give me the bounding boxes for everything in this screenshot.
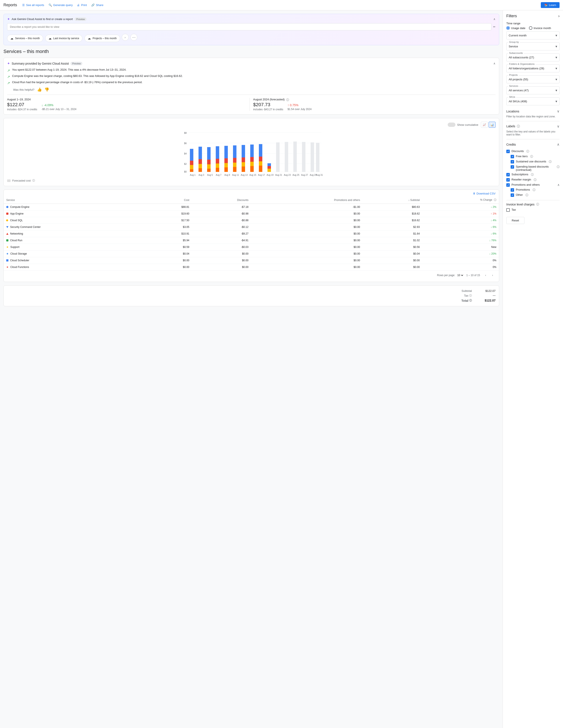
usage-date-radio[interactable]	[506, 26, 510, 30]
discounts-checkbox[interactable]	[506, 150, 510, 153]
rows-per-page-select[interactable]: 10 25 50	[457, 274, 464, 277]
subtotal-row: Subtotal $122.07	[7, 289, 496, 293]
summary-collapse-button[interactable]: ∧	[493, 62, 496, 65]
sustained-checkbox[interactable]	[511, 160, 514, 163]
prev-page-button[interactable]: ‹	[483, 272, 489, 278]
projects-select[interactable]: Projects All projects (55) ▾	[506, 75, 560, 83]
summary-item-2: ↗ Compute Engine was the largest charge,…	[7, 74, 496, 79]
cell-service: ★ Cloud Storage	[4, 250, 145, 257]
promotions-others-checkbox-item[interactable]: Promotions and others ∧	[506, 183, 560, 187]
table-row: Cloud Run $5.94 -$4.91 $0.00 $1.02 ↓ 76%	[4, 237, 499, 244]
tax-checkbox-item[interactable]: Tax	[506, 208, 560, 212]
cell-subtotal: $0.00	[363, 257, 422, 264]
subscriptions-checkbox[interactable]	[506, 173, 510, 176]
promotions-checkbox[interactable]	[511, 188, 514, 192]
cumulative-toggle[interactable]: Show cumulative	[448, 123, 478, 127]
see-all-reports-link[interactable]: ☰ See all reports	[22, 3, 44, 7]
info-icon-forecast: ⓘ	[286, 98, 289, 102]
cell-subtotal: $1.02	[363, 237, 422, 244]
folders-arrow: ▾	[555, 66, 557, 70]
svg-text:Aug 17: Aug 17	[258, 174, 265, 176]
svg-text:Aug 27: Aug 27	[301, 174, 308, 176]
print-link[interactable]: 🖨 Print	[77, 3, 87, 7]
info-icon-promotions: ⓘ	[533, 188, 535, 192]
quick-link-projects[interactable]: ☁ Projects – this month	[84, 35, 120, 42]
table-row: Compute Engine $88.81 -$7.18 -$1.00 $80.…	[4, 204, 499, 210]
summary-preview-badge: Preview	[70, 62, 82, 65]
locations-header[interactable]: Locations ∨	[506, 108, 560, 114]
current-month-select[interactable]: Current month ▾	[506, 31, 560, 39]
tax-checkbox[interactable]	[506, 208, 510, 212]
subscriptions-checkbox-item[interactable]: Subscriptions ⓘ	[506, 173, 560, 177]
reset-button[interactable]: Reset	[506, 217, 524, 224]
next-page-button[interactable]: ›	[490, 272, 496, 278]
cell-change: 0%	[422, 257, 499, 264]
generate-query-link[interactable]: 🔍 Generate query	[48, 3, 73, 7]
toggle-switch[interactable]	[448, 123, 456, 127]
subtotal-label: Subtotal	[462, 289, 472, 292]
cell-subtotal: $16.62	[363, 217, 422, 224]
quick-link-services[interactable]: ☁ Services – this month	[7, 35, 43, 42]
svg-text:Aug 3: Aug 3	[198, 174, 204, 176]
group-by-select[interactable]: Group by Service ▾	[506, 42, 560, 50]
info-icon-invoice: ⓘ	[536, 202, 539, 206]
quick-link-invoice[interactable]: ☁ Last invoice by service	[45, 35, 83, 42]
download-csv-button[interactable]: ⬇ Download CSV	[473, 192, 496, 195]
col-subtotal[interactable]: ↓ Subtotal	[363, 196, 422, 204]
trend-icon-3: ↗	[7, 81, 10, 85]
reseller-checkbox[interactable]	[506, 178, 510, 182]
services-arrow: ▾	[555, 88, 557, 92]
filters-expand-icon[interactable]: ›	[558, 14, 560, 18]
thumbs-down-button[interactable]: 👎	[44, 87, 49, 92]
learn-button[interactable]: 📚 Learn	[541, 2, 560, 8]
spending-checkbox[interactable]	[511, 165, 514, 169]
collapse-button[interactable]: ∧	[493, 17, 496, 21]
share-link[interactable]: 🔗 Share	[91, 3, 103, 7]
discounts-checkbox-item[interactable]: Discounts ⓘ	[506, 149, 560, 153]
edit-icon: ✏	[493, 25, 496, 28]
scroll-right-button[interactable]: ›	[122, 34, 129, 41]
promotions-checkbox-item[interactable]: Promotions ⓘ	[511, 188, 560, 192]
services-select[interactable]: Services All services (47) ▾	[506, 86, 560, 94]
chart-section: Show cumulative 📈 📊 $8 $6 $4 $2 $0	[3, 118, 499, 186]
promotions-others-checkbox[interactable]	[506, 183, 510, 187]
metrics-row: August 1–19, 2024 $122.07 includes -$24.…	[7, 95, 496, 111]
reseller-checkbox-item[interactable]: Reseller margin ⓘ	[506, 178, 560, 182]
cell-cost: $19.60	[145, 210, 192, 217]
invoice-month-option[interactable]: Invoice month	[529, 26, 551, 30]
cell-service: App Engine	[4, 210, 145, 217]
cell-change: ↓ 2%	[422, 204, 499, 210]
free-tiers-checkbox[interactable]	[511, 155, 514, 158]
free-tiers-checkbox-item[interactable]: Free tiers ⓘ	[511, 155, 560, 159]
cell-discounts: -$0.12	[192, 224, 251, 230]
line-chart-button[interactable]: 📈	[481, 122, 488, 128]
invoice-month-radio[interactable]	[529, 26, 532, 30]
cell-cost: $10.91	[145, 230, 192, 237]
cell-change: ↓ 6%	[422, 230, 499, 237]
cell-cost: $3.05	[145, 224, 192, 230]
gemini-input[interactable]	[7, 23, 491, 30]
credits-collapse-icon: ∧	[557, 142, 560, 146]
summary-item-3: ↗ Cloud Run had the largest percentage c…	[7, 81, 496, 85]
credits-header[interactable]: Credits ∧	[506, 142, 560, 147]
projects-arrow: ▾	[555, 77, 557, 81]
sustained-checkbox-item[interactable]: Sustained use discounts ⓘ	[511, 160, 560, 164]
cell-service: Security Command Center	[4, 224, 145, 230]
metric-forecasted: August 2024 (forecasted) ⓘ $207.73 inclu…	[249, 98, 496, 111]
scroll-left-button[interactable]: ⋯	[130, 34, 137, 41]
subaccounts-select[interactable]: Subaccounts All subaccounts (27) ▾	[506, 53, 560, 61]
thumbs-up-button[interactable]: 👍	[37, 87, 42, 92]
usage-date-option[interactable]: Usage date	[506, 26, 526, 30]
info-icon-tax: ⓘ	[469, 294, 472, 297]
folders-select[interactable]: Folders & Organizations All folders/orga…	[506, 64, 560, 72]
skus-select[interactable]: SKUs All SKUs (408) ▾	[506, 97, 560, 105]
cell-discounts: -$9.27	[192, 230, 251, 237]
other-checkbox[interactable]	[511, 193, 514, 197]
services-floating-label: Services	[508, 85, 519, 87]
svg-rect-25	[216, 168, 219, 172]
bar-chart-button[interactable]: 📊	[489, 122, 496, 128]
invoice-level-header[interactable]: Invoice level charges ⓘ	[506, 202, 560, 206]
labels-header[interactable]: Labels ⓘ ∨	[506, 123, 560, 129]
spending-checkbox-item[interactable]: Spending based discounts (contractual) ⓘ	[511, 165, 560, 171]
other-checkbox-item[interactable]: Other ⓘ	[511, 193, 560, 197]
